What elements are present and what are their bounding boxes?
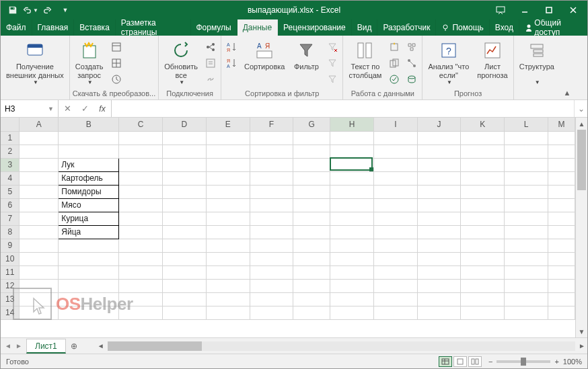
cell[interactable] xyxy=(206,252,250,265)
forecast-sheet-button[interactable]: Лист прогноза xyxy=(474,38,510,81)
tab-signin[interactable]: Вход xyxy=(490,19,519,36)
ribbon-options-icon[interactable] xyxy=(489,1,512,19)
cell[interactable] xyxy=(250,292,293,306)
cell[interactable] xyxy=(59,239,119,252)
cell[interactable] xyxy=(417,292,461,306)
cell[interactable] xyxy=(293,225,330,239)
row-header[interactable]: 13 xyxy=(1,292,20,306)
cell[interactable] xyxy=(293,252,330,265)
cell[interactable] xyxy=(505,306,548,319)
cell[interactable] xyxy=(206,212,250,225)
cell[interactable] xyxy=(20,239,59,252)
cell[interactable] xyxy=(250,171,293,185)
row-header[interactable]: 9 xyxy=(1,239,20,252)
cell[interactable] xyxy=(373,306,417,319)
qat-customize-icon[interactable]: ▼ xyxy=(57,2,73,18)
data-validation-icon[interactable] xyxy=(387,72,402,87)
cell[interactable] xyxy=(20,306,59,319)
horizontal-scrollbar[interactable]: ◄ ► xyxy=(96,338,587,354)
cell[interactable] xyxy=(119,212,163,225)
cell[interactable] xyxy=(373,158,417,171)
cell[interactable] xyxy=(250,158,293,171)
cell[interactable] xyxy=(250,252,293,265)
get-external-data-button[interactable]: Получение внешних данных▼ xyxy=(3,38,67,87)
cell[interactable] xyxy=(548,225,575,239)
cell[interactable] xyxy=(373,171,417,185)
outline-button[interactable]: Структура▼ xyxy=(517,38,557,87)
cell[interactable] xyxy=(293,212,330,225)
manage-data-model-icon[interactable] xyxy=(404,72,419,87)
cell[interactable] xyxy=(373,279,417,292)
cell[interactable] xyxy=(119,265,163,279)
cell[interactable] xyxy=(206,145,250,158)
page-break-view-icon[interactable] xyxy=(468,356,482,367)
cell[interactable] xyxy=(461,239,505,252)
consolidate-icon[interactable] xyxy=(404,40,419,54)
tab-formulas[interactable]: Формулы xyxy=(191,19,237,36)
relationships-icon[interactable] xyxy=(404,56,419,71)
cell[interactable] xyxy=(373,212,417,225)
cell[interactable] xyxy=(162,145,206,158)
cell[interactable] xyxy=(461,252,505,265)
cell[interactable]: Помидоры xyxy=(59,185,119,198)
cell[interactable] xyxy=(505,145,548,158)
cell[interactable] xyxy=(20,131,59,145)
cell[interactable] xyxy=(293,292,330,306)
cell[interactable] xyxy=(373,292,417,306)
cell[interactable] xyxy=(293,145,330,158)
name-box-input[interactable] xyxy=(5,104,38,114)
sort-button[interactable]: AЯ Сортировка xyxy=(242,38,287,73)
cell[interactable] xyxy=(20,185,59,198)
tab-share[interactable]: Общий доступ xyxy=(519,19,587,36)
cell[interactable] xyxy=(293,158,330,171)
cell[interactable] xyxy=(330,212,374,225)
cell[interactable] xyxy=(505,198,548,212)
maximize-icon[interactable] xyxy=(538,1,560,19)
cell[interactable] xyxy=(505,252,548,265)
redo-icon[interactable] xyxy=(40,2,56,18)
cell[interactable] xyxy=(293,198,330,212)
formula-bar[interactable] xyxy=(112,100,574,117)
cell[interactable] xyxy=(330,306,374,319)
cell[interactable] xyxy=(250,306,293,319)
cell[interactable] xyxy=(330,265,374,279)
cell[interactable] xyxy=(250,239,293,252)
row-header[interactable]: 3 xyxy=(1,158,20,171)
connections-icon[interactable] xyxy=(203,40,218,54)
properties-icon[interactable] xyxy=(203,56,218,71)
cell[interactable] xyxy=(330,171,374,185)
cell[interactable] xyxy=(417,171,461,185)
what-if-button[interactable]: ? Анализ "что если"▼ xyxy=(425,38,472,87)
cell[interactable] xyxy=(119,131,163,145)
row-header[interactable]: 2 xyxy=(1,145,20,158)
cell[interactable] xyxy=(548,158,575,171)
scroll-down-icon[interactable]: ▼ xyxy=(576,325,587,337)
filter-button[interactable]: Фильтр xyxy=(290,38,322,73)
vertical-scrollbar[interactable]: ▲ ▼ xyxy=(575,118,587,337)
page-layout-view-icon[interactable] xyxy=(453,356,467,367)
save-icon[interactable] xyxy=(5,2,21,18)
cell[interactable] xyxy=(461,198,505,212)
cell[interactable] xyxy=(461,279,505,292)
enter-formula-icon[interactable]: ✓ xyxy=(76,104,94,114)
new-query-button[interactable]: Создать запрос▼ xyxy=(73,38,106,87)
tab-help[interactable]: Помощь xyxy=(436,19,489,36)
cell[interactable] xyxy=(206,265,250,279)
close-icon[interactable] xyxy=(562,1,585,19)
cell[interactable] xyxy=(20,279,59,292)
add-sheet-icon[interactable]: ⊕ xyxy=(66,338,82,354)
row-header[interactable]: 1 xyxy=(1,131,20,145)
cell[interactable] xyxy=(20,225,59,239)
cell[interactable] xyxy=(250,225,293,239)
cell[interactable] xyxy=(373,239,417,252)
cell[interactable] xyxy=(505,131,548,145)
remove-duplicates-icon[interactable] xyxy=(387,56,402,71)
cell[interactable] xyxy=(330,185,374,198)
zoom-slider[interactable] xyxy=(497,360,550,363)
cell[interactable] xyxy=(162,158,206,171)
cell[interactable] xyxy=(119,252,163,265)
cell[interactable] xyxy=(461,185,505,198)
cell[interactable] xyxy=(373,265,417,279)
cell[interactable] xyxy=(548,252,575,265)
tab-file[interactable]: Файл xyxy=(1,19,32,36)
